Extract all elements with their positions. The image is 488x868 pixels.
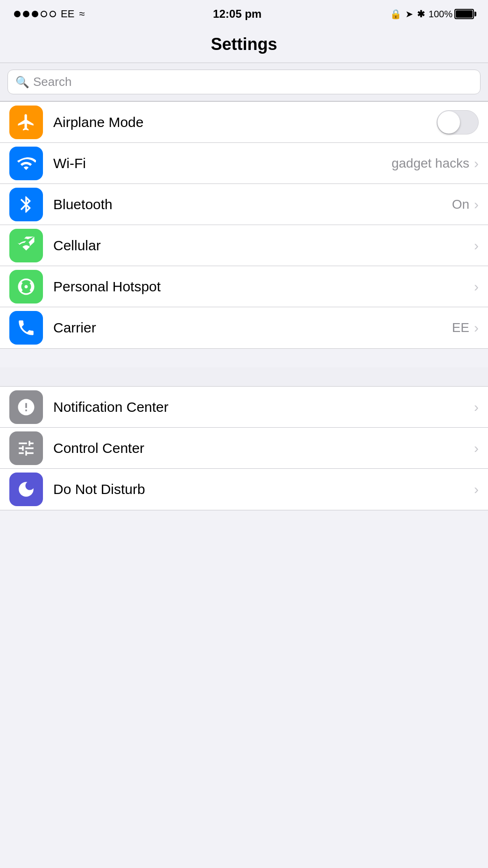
wifi-value: gadget hacks — [391, 156, 469, 171]
page-title: Settings — [0, 28, 488, 63]
notification-center-row[interactable]: Notification Center › — [0, 387, 488, 428]
airplane-mode-toggle[interactable] — [437, 110, 479, 134]
connectivity-section: Airplane Mode Wi-Fi gadget hacks › Bluet… — [0, 101, 488, 349]
airplane-mode-icon — [9, 106, 43, 139]
toggle-knob — [438, 111, 460, 134]
cellular-svg — [16, 236, 36, 255]
control-center-chevron: › — [474, 440, 479, 456]
battery-percentage: 100% — [429, 9, 453, 20]
moon-svg — [16, 480, 36, 499]
signal-dot-5 — [50, 11, 56, 17]
lock-icon: 🔒 — [390, 8, 402, 20]
notification-center-chevron: › — [474, 399, 479, 415]
battery-icon — [454, 9, 474, 19]
hotspot-icon-container — [9, 270, 43, 303]
do-not-disturb-row[interactable]: Do Not Disturb › — [0, 469, 488, 510]
carrier-value: EE — [452, 320, 469, 335]
bluetooth-row[interactable]: Bluetooth On › — [0, 184, 488, 225]
status-right: 🔒 ➤ ✱ 100% — [390, 8, 474, 20]
bluetooth-chevron: › — [474, 197, 479, 212]
do-not-disturb-label: Do Not Disturb — [53, 481, 474, 497]
control-center-row[interactable]: Control Center › — [0, 428, 488, 469]
battery-fill — [456, 10, 473, 18]
wifi-status-icon: ≈ — [79, 8, 85, 20]
notification-svg — [16, 397, 36, 417]
personal-hotspot-row[interactable]: Personal Hotspot › — [0, 266, 488, 307]
airplane-svg — [16, 113, 36, 132]
bluetooth-value: On — [452, 197, 469, 212]
section-gap — [0, 367, 488, 386]
carrier-icon-container — [9, 311, 43, 345]
signal-dot-3 — [32, 11, 38, 17]
personal-hotspot-label: Personal Hotspot — [53, 279, 474, 295]
control-center-svg — [16, 438, 36, 458]
cellular-chevron: › — [474, 238, 479, 254]
hotspot-svg — [16, 277, 36, 296]
search-icon: 🔍 — [15, 76, 29, 89]
bluetooth-icon-container — [9, 188, 43, 221]
bluetooth-label: Bluetooth — [53, 197, 452, 212]
status-bar: EE ≈ 12:05 pm 🔒 ➤ ✱ 100% — [0, 0, 488, 28]
wifi-icon-container — [9, 147, 43, 180]
do-not-disturb-icon-container — [9, 473, 43, 506]
signal-dot-4 — [41, 11, 47, 17]
cellular-label: Cellular — [53, 238, 474, 254]
carrier-name: EE — [61, 8, 74, 20]
bluetooth-status-icon: ✱ — [417, 8, 425, 20]
search-placeholder: Search — [33, 75, 71, 89]
notification-center-label: Notification Center — [53, 399, 474, 415]
phone-svg — [16, 318, 36, 338]
search-bar[interactable]: 🔍 Search — [7, 70, 481, 94]
personal-hotspot-chevron: › — [474, 279, 479, 295]
cellular-row[interactable]: Cellular › — [0, 225, 488, 266]
signal-dot-1 — [14, 11, 21, 17]
wifi-row[interactable]: Wi-Fi gadget hacks › — [0, 143, 488, 184]
bluetooth-svg — [16, 195, 36, 214]
wifi-svg — [16, 154, 36, 173]
carrier-row[interactable]: Carrier EE › — [0, 307, 488, 348]
battery-container: 100% — [429, 9, 474, 20]
wifi-label: Wi-Fi — [53, 155, 391, 171]
status-time: 12:05 pm — [213, 7, 262, 21]
do-not-disturb-chevron: › — [474, 481, 479, 497]
carrier-chevron: › — [474, 320, 479, 336]
airplane-mode-label: Airplane Mode — [53, 114, 437, 130]
signal-dots — [14, 11, 56, 17]
status-left: EE ≈ — [14, 8, 85, 20]
wifi-chevron: › — [474, 155, 479, 171]
airplane-mode-row[interactable]: Airplane Mode — [0, 102, 488, 143]
search-container: 🔍 Search — [0, 63, 488, 101]
cellular-icon-container — [9, 229, 43, 262]
control-center-label: Control Center — [53, 440, 474, 456]
carrier-label: Carrier — [53, 320, 452, 336]
location-icon: ➤ — [405, 8, 413, 20]
control-center-icon-container — [9, 431, 43, 465]
signal-dot-2 — [23, 11, 29, 17]
system-section: Notification Center › Control Center › D… — [0, 386, 488, 510]
notification-icon-container — [9, 390, 43, 424]
